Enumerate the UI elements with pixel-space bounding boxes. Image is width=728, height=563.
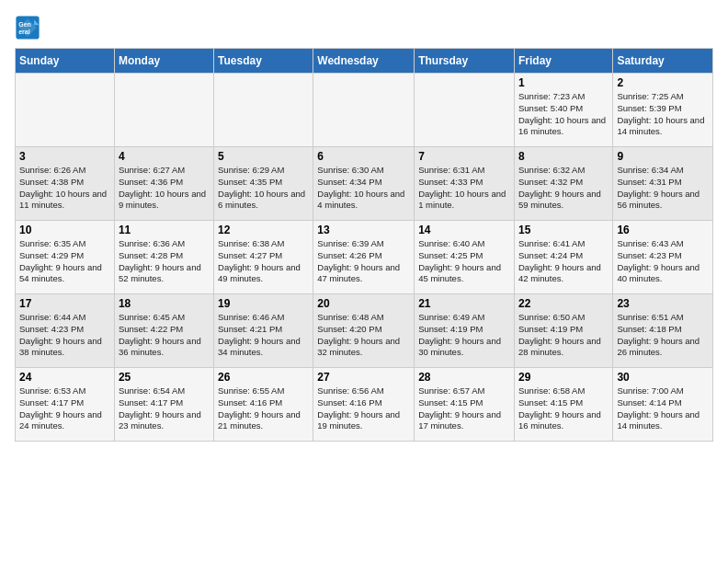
calendar-cell: 14Sunrise: 6:40 AM Sunset: 4:25 PM Dayli… xyxy=(415,221,515,294)
day-info: Sunrise: 6:35 AM Sunset: 4:29 PM Dayligh… xyxy=(19,238,110,285)
day-number: 26 xyxy=(218,371,309,384)
logo-icon: Gen eral xyxy=(15,15,40,40)
calendar-week-row: 3Sunrise: 6:26 AM Sunset: 4:38 PM Daylig… xyxy=(16,147,713,221)
day-info: Sunrise: 6:32 AM Sunset: 4:32 PM Dayligh… xyxy=(518,165,609,212)
day-number: 28 xyxy=(418,371,510,384)
day-number: 5 xyxy=(218,150,309,163)
day-number: 14 xyxy=(418,224,510,236)
day-info: Sunrise: 6:31 AM Sunset: 4:33 PM Dayligh… xyxy=(418,165,510,212)
day-info: Sunrise: 6:46 AM Sunset: 4:21 PM Dayligh… xyxy=(218,312,309,359)
day-number: 27 xyxy=(317,371,410,384)
day-number: 24 xyxy=(19,371,110,384)
calendar-cell: 9Sunrise: 6:34 AM Sunset: 4:31 PM Daylig… xyxy=(613,147,713,221)
day-number: 11 xyxy=(119,224,210,236)
day-number: 13 xyxy=(317,224,410,236)
calendar-cell xyxy=(214,74,313,147)
day-info: Sunrise: 6:41 AM Sunset: 4:24 PM Dayligh… xyxy=(518,238,609,285)
day-info: Sunrise: 7:23 AM Sunset: 5:40 PM Dayligh… xyxy=(518,91,609,138)
day-header-saturday: Saturday xyxy=(613,49,713,74)
calendar-cell: 16Sunrise: 6:43 AM Sunset: 4:23 PM Dayli… xyxy=(613,221,713,294)
calendar-cell: 29Sunrise: 6:58 AM Sunset: 4:15 PM Dayli… xyxy=(514,368,612,442)
day-info: Sunrise: 6:56 AM Sunset: 4:16 PM Dayligh… xyxy=(317,385,410,432)
day-info: Sunrise: 6:39 AM Sunset: 4:26 PM Dayligh… xyxy=(317,238,410,285)
day-number: 1 xyxy=(518,76,609,89)
calendar-cell: 19Sunrise: 6:46 AM Sunset: 4:21 PM Dayli… xyxy=(214,294,313,368)
calendar-week-row: 24Sunrise: 6:53 AM Sunset: 4:17 PM Dayli… xyxy=(16,368,713,442)
day-number: 20 xyxy=(317,297,410,310)
day-number: 19 xyxy=(218,297,309,310)
day-header-thursday: Thursday xyxy=(415,49,515,74)
day-number: 25 xyxy=(119,371,210,384)
svg-text:Gen: Gen xyxy=(18,21,31,28)
calendar-cell xyxy=(114,74,213,147)
day-number: 6 xyxy=(317,150,410,163)
day-header-tuesday: Tuesday xyxy=(214,49,313,74)
day-info: Sunrise: 6:48 AM Sunset: 4:20 PM Dayligh… xyxy=(317,312,410,359)
day-info: Sunrise: 6:50 AM Sunset: 4:19 PM Dayligh… xyxy=(518,312,609,359)
calendar-week-row: 1Sunrise: 7:23 AM Sunset: 5:40 PM Daylig… xyxy=(16,74,713,147)
day-number: 10 xyxy=(19,224,110,236)
calendar-cell: 23Sunrise: 6:51 AM Sunset: 4:18 PM Dayli… xyxy=(613,294,713,368)
calendar-cell: 10Sunrise: 6:35 AM Sunset: 4:29 PM Dayli… xyxy=(16,221,115,294)
day-number: 3 xyxy=(19,150,110,163)
calendar-cell: 30Sunrise: 7:00 AM Sunset: 4:14 PM Dayli… xyxy=(613,368,713,442)
calendar-cell: 25Sunrise: 6:54 AM Sunset: 4:17 PM Dayli… xyxy=(114,368,213,442)
day-header-sunday: Sunday xyxy=(16,49,115,74)
day-info: Sunrise: 6:54 AM Sunset: 4:17 PM Dayligh… xyxy=(119,385,210,432)
calendar-cell xyxy=(16,74,115,147)
calendar-cell: 18Sunrise: 6:45 AM Sunset: 4:22 PM Dayli… xyxy=(114,294,213,368)
calendar-cell: 24Sunrise: 6:53 AM Sunset: 4:17 PM Dayli… xyxy=(16,368,115,442)
day-info: Sunrise: 7:00 AM Sunset: 4:14 PM Dayligh… xyxy=(617,385,709,432)
day-number: 23 xyxy=(617,297,709,310)
page-header: Gen eral xyxy=(15,15,713,40)
day-info: Sunrise: 6:34 AM Sunset: 4:31 PM Dayligh… xyxy=(617,165,709,212)
calendar-cell xyxy=(415,74,515,147)
calendar-header-row: SundayMondayTuesdayWednesdayThursdayFrid… xyxy=(16,49,713,74)
day-info: Sunrise: 6:29 AM Sunset: 4:35 PM Dayligh… xyxy=(218,165,309,212)
svg-text:eral: eral xyxy=(18,29,30,35)
calendar-cell: 21Sunrise: 6:49 AM Sunset: 4:19 PM Dayli… xyxy=(415,294,515,368)
day-info: Sunrise: 6:49 AM Sunset: 4:19 PM Dayligh… xyxy=(418,312,510,359)
day-number: 22 xyxy=(518,297,609,310)
day-number: 2 xyxy=(617,76,709,89)
day-number: 8 xyxy=(518,150,609,163)
day-info: Sunrise: 6:55 AM Sunset: 4:16 PM Dayligh… xyxy=(218,385,309,432)
calendar-cell: 20Sunrise: 6:48 AM Sunset: 4:20 PM Dayli… xyxy=(313,294,415,368)
day-number: 9 xyxy=(617,150,709,163)
calendar-cell: 12Sunrise: 6:38 AM Sunset: 4:27 PM Dayli… xyxy=(214,221,313,294)
calendar-cell: 7Sunrise: 6:31 AM Sunset: 4:33 PM Daylig… xyxy=(415,147,515,221)
logo: Gen eral xyxy=(15,15,44,40)
day-info: Sunrise: 7:25 AM Sunset: 5:39 PM Dayligh… xyxy=(617,91,709,138)
day-number: 30 xyxy=(617,371,709,384)
calendar-cell: 1Sunrise: 7:23 AM Sunset: 5:40 PM Daylig… xyxy=(514,74,612,147)
day-info: Sunrise: 6:40 AM Sunset: 4:25 PM Dayligh… xyxy=(418,238,510,285)
calendar-cell: 6Sunrise: 6:30 AM Sunset: 4:34 PM Daylig… xyxy=(313,147,415,221)
day-header-friday: Friday xyxy=(514,49,612,74)
day-number: 29 xyxy=(518,371,609,384)
day-header-monday: Monday xyxy=(114,49,213,74)
calendar-cell: 8Sunrise: 6:32 AM Sunset: 4:32 PM Daylig… xyxy=(514,147,612,221)
day-number: 17 xyxy=(19,297,110,310)
day-info: Sunrise: 6:45 AM Sunset: 4:22 PM Dayligh… xyxy=(119,312,210,359)
day-info: Sunrise: 6:26 AM Sunset: 4:38 PM Dayligh… xyxy=(19,165,110,212)
calendar-cell: 22Sunrise: 6:50 AM Sunset: 4:19 PM Dayli… xyxy=(514,294,612,368)
calendar-cell: 15Sunrise: 6:41 AM Sunset: 4:24 PM Dayli… xyxy=(514,221,612,294)
calendar-cell: 5Sunrise: 6:29 AM Sunset: 4:35 PM Daylig… xyxy=(214,147,313,221)
day-info: Sunrise: 6:27 AM Sunset: 4:36 PM Dayligh… xyxy=(119,165,210,212)
day-info: Sunrise: 6:36 AM Sunset: 4:28 PM Dayligh… xyxy=(119,238,210,285)
calendar-week-row: 10Sunrise: 6:35 AM Sunset: 4:29 PM Dayli… xyxy=(16,221,713,294)
day-info: Sunrise: 6:30 AM Sunset: 4:34 PM Dayligh… xyxy=(317,165,410,212)
day-info: Sunrise: 6:58 AM Sunset: 4:15 PM Dayligh… xyxy=(518,385,609,432)
day-info: Sunrise: 6:57 AM Sunset: 4:15 PM Dayligh… xyxy=(418,385,510,432)
day-info: Sunrise: 6:53 AM Sunset: 4:17 PM Dayligh… xyxy=(19,385,110,432)
calendar-cell: 26Sunrise: 6:55 AM Sunset: 4:16 PM Dayli… xyxy=(214,368,313,442)
day-header-wednesday: Wednesday xyxy=(313,49,415,74)
day-number: 21 xyxy=(418,297,510,310)
calendar-cell: 11Sunrise: 6:36 AM Sunset: 4:28 PM Dayli… xyxy=(114,221,213,294)
day-number: 4 xyxy=(119,150,210,163)
day-info: Sunrise: 6:43 AM Sunset: 4:23 PM Dayligh… xyxy=(617,238,709,285)
day-number: 18 xyxy=(119,297,210,310)
calendar-cell: 13Sunrise: 6:39 AM Sunset: 4:26 PM Dayli… xyxy=(313,221,415,294)
calendar-table: SundayMondayTuesdayWednesdayThursdayFrid… xyxy=(15,48,713,442)
calendar-cell: 3Sunrise: 6:26 AM Sunset: 4:38 PM Daylig… xyxy=(16,147,115,221)
